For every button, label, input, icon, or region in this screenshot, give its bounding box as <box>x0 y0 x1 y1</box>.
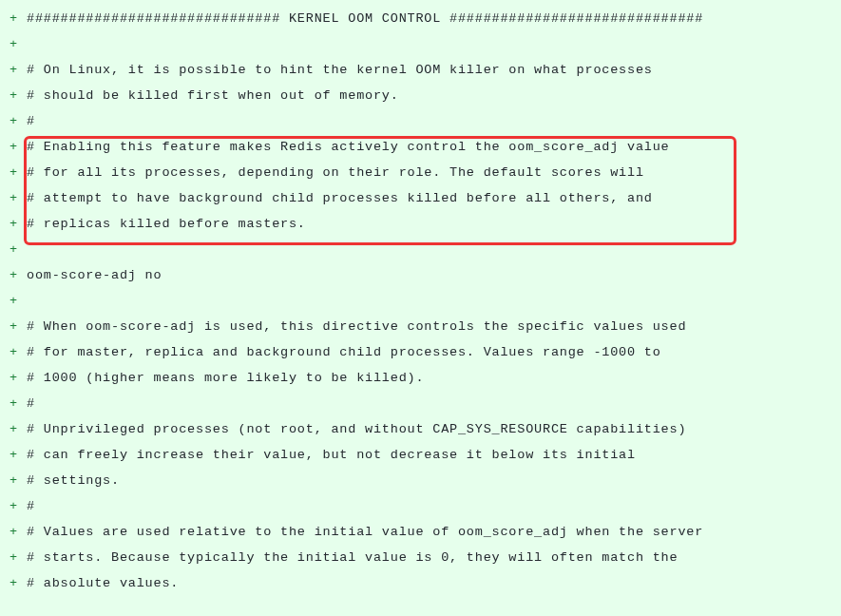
diff-line-content: # When oom-score-adj is used, this direc… <box>27 320 686 334</box>
diff-line-content: # for all its processes, depending on th… <box>27 166 644 180</box>
diff-line-content: # for master, replica and background chi… <box>27 346 661 359</box>
diff-viewer: +############################## KERNEL O… <box>0 6 841 596</box>
diff-add-marker: + <box>0 269 27 282</box>
diff-line: +# starts. Because typically the initial… <box>0 545 841 570</box>
diff-line: +# <box>0 493 841 519</box>
diff-add-marker: + <box>0 115 27 128</box>
diff-add-marker: + <box>0 243 27 257</box>
diff-add-marker: + <box>0 141 27 154</box>
diff-line: +# Values are used relative to the initi… <box>0 519 841 545</box>
diff-line-content: # starts. Because typically the initial … <box>27 551 678 565</box>
diff-add-marker: + <box>0 346 27 359</box>
diff-line-content: # <box>27 397 35 411</box>
diff-add-marker: + <box>0 218 27 231</box>
diff-add-marker: + <box>0 192 27 205</box>
diff-line-content: # Values are used relative to the initia… <box>27 526 703 539</box>
diff-add-marker: + <box>0 89 27 103</box>
diff-line: +# for all its processes, depending on t… <box>0 160 841 185</box>
diff-add-marker: + <box>0 64 27 77</box>
diff-line-content: oom-score-adj no <box>27 269 162 282</box>
diff-line-content: # attempt to have background child proce… <box>27 192 653 205</box>
diff-line: +# attempt to have background child proc… <box>0 185 841 211</box>
diff-add-marker: + <box>0 295 27 308</box>
diff-line: +# for master, replica and background ch… <box>0 339 841 365</box>
diff-add-marker: + <box>0 38 27 51</box>
diff-line: +# <box>0 391 841 416</box>
diff-add-marker: + <box>0 423 27 436</box>
diff-line-content: # On Linux, it is possible to hint the k… <box>27 64 653 77</box>
diff-line: +# absolute values. <box>0 570 841 596</box>
diff-line-content: # should be killed first when out of mem… <box>27 89 399 103</box>
diff-add-marker: + <box>0 526 27 539</box>
diff-line: +# should be killed first when out of me… <box>0 83 841 108</box>
diff-line: +# On Linux, it is possible to hint the … <box>0 57 841 83</box>
diff-line: + <box>0 31 841 57</box>
diff-add-marker: + <box>0 551 27 565</box>
diff-add-marker: + <box>0 12 27 26</box>
diff-line-content: # Unprivileged processes (not root, and … <box>27 423 686 436</box>
diff-line: +# Enabling this feature makes Redis act… <box>0 134 841 160</box>
diff-line-content: # replicas killed before masters. <box>27 218 306 231</box>
diff-line: +# When oom-score-adj is used, this dire… <box>0 314 841 339</box>
diff-add-marker: + <box>0 372 27 385</box>
diff-line-content: # <box>27 115 35 128</box>
diff-add-marker: + <box>0 474 27 488</box>
diff-line: + <box>0 237 841 262</box>
diff-add-marker: + <box>0 397 27 411</box>
diff-line-content: # can freely increase their value, but n… <box>27 449 636 462</box>
diff-line: +# 1000 (higher means more likely to be … <box>0 365 841 391</box>
diff-line: +# can freely increase their value, but … <box>0 442 841 468</box>
diff-add-marker: + <box>0 320 27 334</box>
diff-add-marker: + <box>0 166 27 180</box>
diff-line-content: # Enabling this feature makes Redis acti… <box>27 141 670 154</box>
diff-line: +oom-score-adj no <box>0 262 841 288</box>
diff-add-marker: + <box>0 577 27 590</box>
diff-line-content: # absolute values. <box>27 577 179 590</box>
diff-add-marker: + <box>0 500 27 513</box>
diff-line-content: # settings. <box>27 474 120 488</box>
diff-line-content: ############################## KERNEL OO… <box>27 12 703 26</box>
diff-line-content: # <box>27 500 35 513</box>
diff-line: +# Unprivileged processes (not root, and… <box>0 416 841 442</box>
diff-line: + <box>0 288 841 314</box>
diff-line: +############################## KERNEL O… <box>0 6 841 31</box>
diff-line: +# <box>0 108 841 134</box>
diff-line-content: # 1000 (higher means more likely to be k… <box>27 372 424 385</box>
diff-add-marker: + <box>0 449 27 462</box>
diff-line: +# replicas killed before masters. <box>0 211 841 237</box>
diff-line: +# settings. <box>0 468 841 493</box>
